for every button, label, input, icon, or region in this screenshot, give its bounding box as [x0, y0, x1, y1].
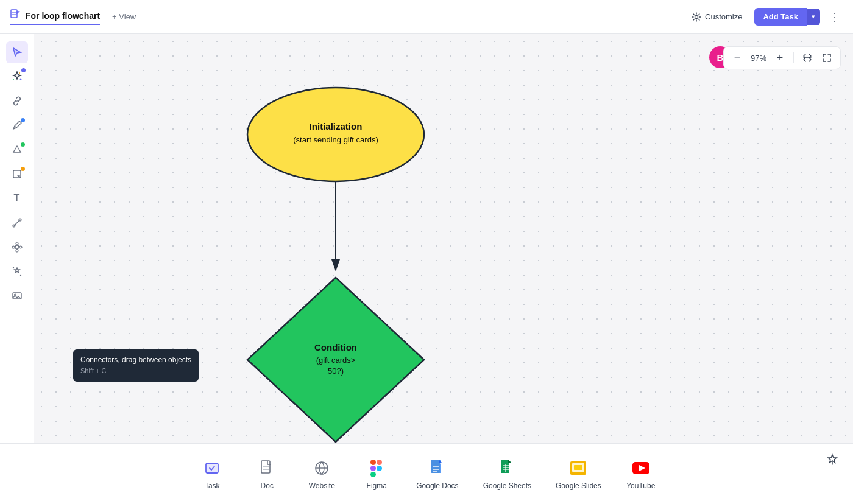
google-sheets-icon — [497, 458, 517, 478]
task-label: Task — [205, 481, 220, 490]
add-task-main-button[interactable]: Add Task — [754, 8, 807, 26]
svg-rect-56 — [574, 465, 582, 470]
bottom-item-figma[interactable]: Figma — [349, 452, 404, 496]
toolbar-link[interactable] — [6, 90, 28, 112]
title-text: For loop flowchart — [26, 11, 100, 21]
youtube-icon — [631, 458, 651, 478]
document-title[interactable]: For loop flowchart — [10, 9, 100, 25]
diamond-subtitle2: 50?) — [328, 366, 344, 376]
connector-tooltip: Connectors, drag between objects Shift +… — [73, 349, 199, 382]
google-docs-label: Google Docs — [416, 481, 458, 490]
left-toolbar: T — [0, 34, 34, 443]
website-label: Website — [309, 481, 335, 490]
svg-point-13 — [12, 246, 15, 248]
toolbar-shape[interactable] — [6, 139, 28, 161]
bottom-item-google-sheets[interactable]: Google Sheets — [471, 452, 543, 496]
header-left: For loop flowchart + View — [10, 9, 141, 25]
toolbar-ai[interactable] — [6, 261, 28, 282]
pin-button[interactable] — [826, 453, 838, 469]
figma-label: Figma — [367, 481, 387, 490]
zoom-in-button[interactable]: + — [771, 49, 788, 66]
svg-point-6 — [19, 72, 20, 74]
svg-rect-40 — [370, 472, 376, 477]
svg-point-5 — [13, 79, 14, 80]
svg-point-14 — [19, 246, 22, 248]
svg-rect-30 — [206, 463, 218, 473]
toolbar-image[interactable] — [6, 285, 28, 307]
zoom-separator — [793, 52, 794, 63]
diamond-subtitle1: (gift cards> — [316, 355, 356, 365]
main-area: T B − 97% + — [0, 34, 853, 443]
bottom-item-website[interactable]: Website — [294, 452, 349, 496]
svg-rect-49 — [501, 460, 509, 473]
diamond-title: Condition — [314, 342, 357, 352]
zoom-out-button[interactable]: − — [729, 49, 746, 66]
svg-point-4 — [19, 79, 21, 80]
ellipse-subtitle: (start sending gift cards) — [293, 135, 378, 144]
toolbar-note[interactable] — [6, 163, 28, 185]
svg-rect-39 — [370, 466, 376, 471]
bottom-item-youtube[interactable]: YouTube — [614, 452, 668, 496]
customize-button[interactable]: Customize — [684, 9, 749, 26]
doc-icon — [10, 9, 21, 23]
canvas-area[interactable]: B − 97% + Initialization (start sending … — [34, 34, 853, 443]
ellipse-title: Initialization — [310, 121, 363, 131]
add-view-button[interactable]: + View — [107, 10, 141, 24]
zoom-fit-width-button[interactable] — [799, 49, 816, 66]
bottom-item-google-slides[interactable]: Google Slides — [543, 452, 614, 496]
google-slides-icon — [568, 458, 588, 478]
toolbar-magic[interactable] — [6, 66, 28, 88]
bottom-item-doc[interactable]: Doc — [239, 452, 294, 496]
svg-point-3 — [695, 15, 698, 18]
google-sheets-label: Google Sheets — [483, 481, 531, 490]
svg-point-10 — [15, 245, 19, 249]
svg-rect-44 — [431, 460, 440, 473]
youtube-label: YouTube — [626, 481, 655, 490]
svg-point-20 — [19, 275, 21, 276]
header: For loop flowchart + View Customize Add … — [0, 0, 853, 34]
more-options-button[interactable]: ⋮ — [825, 8, 843, 26]
flowchart-svg: Initialization (start sending gift cards… — [34, 34, 853, 443]
doc-icon — [257, 458, 277, 478]
svg-point-12 — [16, 250, 18, 252]
toolbar-text[interactable]: T — [6, 187, 28, 209]
bottom-item-task[interactable]: Task — [185, 452, 239, 496]
svg-point-26 — [247, 88, 424, 181]
add-task-chevron-button[interactable]: ▾ — [807, 9, 820, 25]
svg-rect-37 — [370, 460, 376, 465]
zoom-fullscreen-button[interactable] — [818, 49, 835, 66]
svg-point-41 — [377, 466, 382, 471]
website-icon — [312, 458, 331, 478]
header-right: Customize Add Task ▾ ⋮ — [684, 8, 843, 26]
zoom-controls: − 97% + — [723, 46, 841, 69]
toolbar-pen[interactable] — [6, 114, 28, 136]
svg-rect-0 — [11, 10, 17, 18]
doc-label: Doc — [261, 481, 274, 490]
task-icon — [202, 458, 222, 478]
google-slides-label: Google Slides — [556, 481, 601, 490]
zoom-value: 97% — [748, 54, 769, 63]
toolbar-network[interactable] — [6, 236, 28, 258]
svg-marker-28 — [331, 259, 340, 271]
add-task-button-group: Add Task ▾ — [754, 8, 820, 26]
svg-rect-38 — [377, 460, 382, 465]
bottom-item-google-docs[interactable]: Google Docs — [404, 452, 470, 496]
toolbar-select[interactable] — [6, 41, 28, 63]
svg-point-19 — [12, 267, 13, 268]
svg-point-11 — [16, 242, 18, 245]
google-docs-icon — [428, 458, 447, 478]
bottom-bar: Task Doc Website Figma Google Docs Googl… — [0, 443, 853, 504]
toolbar-connector[interactable] — [6, 212, 28, 234]
figma-icon — [367, 458, 386, 478]
